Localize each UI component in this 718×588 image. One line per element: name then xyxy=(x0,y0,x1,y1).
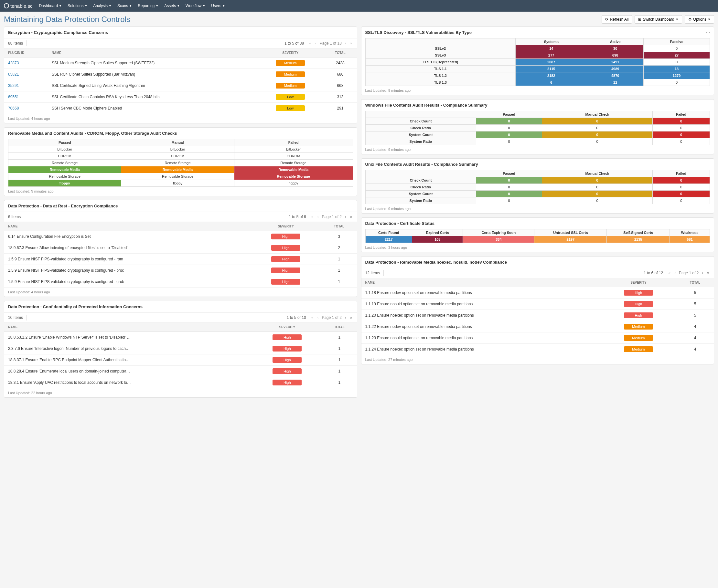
matrix-cell[interactable]: 2182 xyxy=(516,72,587,79)
matrix-cell[interactable]: 0 xyxy=(476,118,542,125)
matrix-cell[interactable]: 0 xyxy=(542,177,653,184)
page-next-icon[interactable]: › xyxy=(344,214,347,219)
matrix-cell[interactable]: 4870 xyxy=(587,72,644,79)
matrix-cell[interactable]: 0 xyxy=(542,197,653,204)
plugin-id-link[interactable]: 69551 xyxy=(4,91,48,103)
page-first-icon[interactable]: « xyxy=(308,41,312,45)
table-row[interactable]: 35291SSL Certificate Signed Using Weak H… xyxy=(4,80,357,91)
matrix-cell[interactable]: 108 xyxy=(412,236,463,243)
refresh-all-button[interactable]: ⟳Refresh All xyxy=(602,15,632,24)
matrix-cell[interactable]: 0 xyxy=(476,138,542,145)
table-row[interactable]: 1.5.9 Ensure NIST FIPS-validated cryptog… xyxy=(4,276,357,288)
table-row[interactable]: 42873SSL Medium Strength Cipher Suites S… xyxy=(4,58,357,69)
page-last-icon[interactable]: » xyxy=(349,41,353,45)
matrix-cell[interactable]: 6 xyxy=(516,79,587,86)
matrix-cell[interactable]: 2491 xyxy=(587,59,644,66)
matrix-cell[interactable]: 0 xyxy=(542,131,653,138)
matrix-cell[interactable]: floppy xyxy=(8,180,121,187)
page-last-icon[interactable]: » xyxy=(706,271,710,275)
table-row[interactable]: 18.8.28.4 Ensure 'Enumerate local users … xyxy=(4,366,357,377)
matrix-cell[interactable]: BitLocker xyxy=(234,146,353,153)
table-row[interactable]: 1.1.23 Ensure nosuid option set on remov… xyxy=(362,333,714,344)
matrix-cell[interactable]: Remote Storage xyxy=(8,160,121,166)
panel-menu-icon[interactable]: ⋯ xyxy=(706,30,711,35)
nav-item-dashboard[interactable]: Dashboard▼ xyxy=(39,3,62,8)
table-row[interactable]: 69551SSL Certificate Chain Contains RSA … xyxy=(4,91,357,103)
matrix-cell[interactable]: 0 xyxy=(476,184,542,191)
matrix-cell[interactable]: 0 xyxy=(653,197,710,204)
matrix-cell[interactable]: 0 xyxy=(542,125,653,131)
plugin-id-link[interactable]: 42873 xyxy=(4,58,48,69)
matrix-cell[interactable]: 30 xyxy=(587,45,644,52)
table-row[interactable]: 1.5.9 Ensure NIST FIPS-validated cryptog… xyxy=(4,254,357,265)
matrix-cell[interactable]: 698 xyxy=(587,52,644,59)
page-prev-icon[interactable]: ‹ xyxy=(314,41,317,45)
nav-item-assets[interactable]: Assets▼ xyxy=(164,3,180,8)
table-row[interactable]: 18.8.53.1.2 Ensure 'Enable Windows NTP S… xyxy=(4,332,357,343)
table-row[interactable]: 18.3.1 Ensure 'Apply UAC restrictions to… xyxy=(4,377,357,388)
table-row[interactable]: 18.9.67.3 Ensure 'Allow indexing of encr… xyxy=(4,242,357,254)
matrix-cell[interactable]: 581 xyxy=(670,236,710,243)
matrix-cell[interactable]: 0 xyxy=(644,79,710,86)
nav-item-analysis[interactable]: Analysis▼ xyxy=(93,3,111,8)
matrix-cell[interactable]: Removable Storage xyxy=(234,173,353,180)
nav-item-scans[interactable]: Scans▼ xyxy=(117,3,132,8)
page-first-icon[interactable]: « xyxy=(311,214,314,219)
matrix-cell[interactable]: 13 xyxy=(644,66,710,72)
matrix-cell[interactable]: 0 xyxy=(476,177,542,184)
matrix-cell[interactable]: 277 xyxy=(516,52,587,59)
page-prev-icon[interactable]: ‹ xyxy=(316,315,319,320)
matrix-cell[interactable]: CDROM xyxy=(8,153,121,160)
table-row[interactable]: 1.1.24 Ensure noexec option set on remov… xyxy=(362,344,714,355)
matrix-cell[interactable]: CDROM xyxy=(121,153,234,160)
table-row[interactable]: 1.1.19 Ensure nosuid option set on remov… xyxy=(362,298,714,310)
table-row[interactable]: 2.3.7.6 Ensure 'Interactive logon: Numbe… xyxy=(4,343,357,354)
matrix-cell[interactable]: 0 xyxy=(476,131,542,138)
matrix-cell[interactable]: Removable Media xyxy=(234,166,353,173)
matrix-cell[interactable]: Remote Storage xyxy=(121,160,234,166)
page-next-icon[interactable]: › xyxy=(344,315,347,320)
nav-item-reporting[interactable]: Reporting▼ xyxy=(138,3,158,8)
matrix-cell[interactable]: 27 xyxy=(644,52,710,59)
matrix-cell[interactable]: 0 xyxy=(644,59,710,66)
table-row[interactable]: 1.1.18 Ensure nodev option set on remova… xyxy=(362,287,714,298)
table-row[interactable]: 1.1.20 Ensure noexec option set on remov… xyxy=(362,310,714,321)
matrix-cell[interactable]: 0 xyxy=(476,125,542,131)
matrix-cell[interactable]: BitLocker xyxy=(121,146,234,153)
page-prev-icon[interactable]: ‹ xyxy=(316,214,319,219)
nav-item-solutions[interactable]: Solutions▼ xyxy=(67,3,87,8)
plugin-id-link[interactable]: 65821 xyxy=(4,69,48,80)
matrix-cell[interactable]: floppy xyxy=(234,180,353,187)
matrix-cell[interactable]: 0 xyxy=(476,197,542,204)
matrix-cell[interactable]: 0 xyxy=(476,191,542,197)
page-prev-icon[interactable]: ‹ xyxy=(674,271,676,275)
table-row[interactable]: 6.14 Ensure Configuration File Encryptio… xyxy=(4,231,357,242)
matrix-cell[interactable]: 1279 xyxy=(644,72,710,79)
matrix-cell[interactable]: Remote Storage xyxy=(234,160,353,166)
table-row[interactable]: 1.1.22 Ensure nodev option set on remova… xyxy=(362,321,714,333)
brand-logo[interactable]: tenable.sc xyxy=(4,3,32,9)
matrix-cell[interactable]: 0 xyxy=(542,138,653,145)
page-last-icon[interactable]: » xyxy=(349,214,353,219)
page-next-icon[interactable]: › xyxy=(701,271,704,275)
matrix-cell[interactable]: Removable Storage xyxy=(8,173,121,180)
page-first-icon[interactable]: « xyxy=(668,271,671,275)
table-row[interactable]: 65821SSL RC4 Cipher Suites Supported (Ba… xyxy=(4,69,357,80)
matrix-cell[interactable]: 0 xyxy=(644,45,710,52)
matrix-cell[interactable]: BitLocker xyxy=(8,146,121,153)
matrix-cell[interactable]: 14 xyxy=(516,45,587,52)
matrix-cell[interactable]: 334 xyxy=(463,236,534,243)
page-next-icon[interactable]: › xyxy=(344,41,347,45)
switch-dashboard-button[interactable]: ⊞Switch Dashboard▼ xyxy=(635,15,682,24)
matrix-cell[interactable]: 0 xyxy=(653,191,710,197)
table-row[interactable]: 18.8.37.1 Ensure 'Enable RPC Endpoint Ma… xyxy=(4,354,357,366)
matrix-cell[interactable]: Removable Media xyxy=(121,166,234,173)
matrix-cell[interactable]: 0 xyxy=(653,125,710,131)
matrix-cell[interactable]: 2135 xyxy=(607,236,670,243)
matrix-cell[interactable]: 0 xyxy=(542,118,653,125)
table-row[interactable]: 1.5.9 Ensure NIST FIPS-validated cryptog… xyxy=(4,265,357,276)
matrix-cell[interactable]: 2115 xyxy=(516,66,587,72)
matrix-cell[interactable]: 0 xyxy=(653,118,710,125)
matrix-cell[interactable]: 0 xyxy=(653,177,710,184)
matrix-cell[interactable]: 2217 xyxy=(365,236,412,243)
